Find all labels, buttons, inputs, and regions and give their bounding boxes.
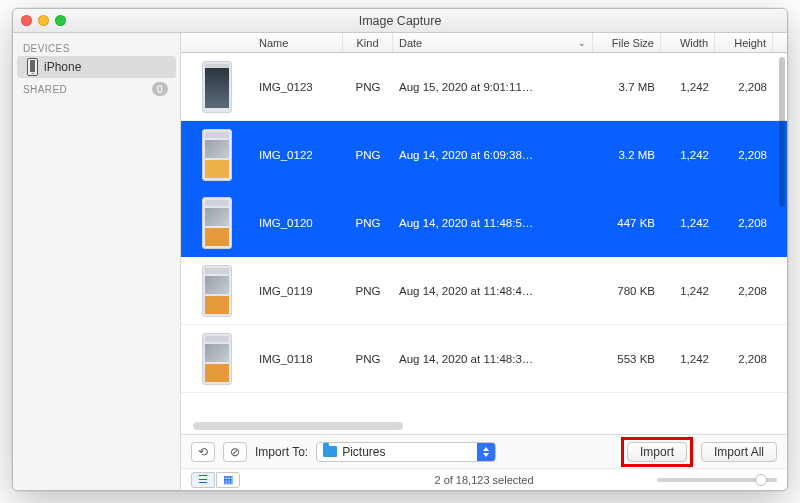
table-row[interactable]: IMG_0119PNGAug 14, 2020 at 11:48:4…780 K… — [181, 257, 787, 325]
import-all-button[interactable]: Import All — [701, 442, 777, 462]
column-kind[interactable]: Kind — [343, 33, 393, 52]
cell-kind: PNG — [343, 53, 393, 120]
delete-button[interactable]: ⊘ — [223, 442, 247, 462]
zoom-window-button[interactable] — [55, 15, 66, 26]
shared-count-badge: 0 — [152, 82, 168, 96]
prohibit-icon: ⊘ — [230, 445, 240, 459]
cell-name: IMG_0118 — [253, 325, 343, 392]
column-thumbnail[interactable] — [181, 33, 253, 52]
table-row[interactable]: IMG_0118PNGAug 14, 2020 at 11:48:3…553 K… — [181, 325, 787, 393]
cell-size: 3.2 MB — [593, 121, 661, 188]
thumbnail — [191, 127, 243, 183]
view-toggle: ☰ ▦ — [191, 472, 240, 488]
vertical-scrollbar[interactable] — [779, 57, 785, 207]
import-button[interactable]: Import — [627, 442, 687, 462]
column-file-size[interactable]: File Size — [593, 33, 661, 52]
horizontal-scroll-area — [181, 420, 787, 434]
cell-width: 1,242 — [661, 325, 715, 392]
folder-icon — [323, 446, 337, 457]
column-height[interactable]: Height — [715, 33, 773, 52]
cell-size: 553 KB — [593, 325, 661, 392]
cell-height: 2,208 — [715, 189, 773, 256]
cell-name: IMG_0120 — [253, 189, 343, 256]
cell-kind: PNG — [343, 257, 393, 324]
table-row[interactable]: IMG_0122PNGAug 14, 2020 at 6:09:38…3.2 M… — [181, 121, 787, 189]
rotate-button[interactable]: ⟲ — [191, 442, 215, 462]
cell-width: 1,242 — [661, 257, 715, 324]
cell-height: 2,208 — [715, 53, 773, 120]
list-view-button[interactable]: ☰ — [191, 472, 215, 488]
list-view-icon: ☰ — [198, 473, 208, 486]
window-title: Image Capture — [359, 9, 442, 33]
cell-date: Aug 14, 2020 at 11:48:4… — [393, 257, 593, 324]
titlebar: Image Capture — [13, 9, 787, 33]
cell-width: 1,242 — [661, 53, 715, 120]
sidebar-header-shared: SHARED 0 — [13, 78, 180, 98]
thumbnail-size-slider[interactable] — [657, 478, 777, 482]
window-controls — [21, 15, 66, 26]
table-body: IMG_0123PNGAug 15, 2020 at 9:01:11…3.7 M… — [181, 53, 787, 420]
bottom-toolbar: ⟲ ⊘ Import To: Pictures Import — [181, 434, 787, 468]
cell-kind: PNG — [343, 121, 393, 188]
rotate-icon: ⟲ — [198, 445, 208, 459]
main-pane: Name Kind Date ⌄ File Size Width Height … — [181, 33, 787, 490]
table-row[interactable]: IMG_0120PNGAug 14, 2020 at 11:48:5…447 K… — [181, 189, 787, 257]
thumbnail — [191, 195, 243, 251]
cell-height: 2,208 — [715, 257, 773, 324]
cell-height: 2,208 — [715, 325, 773, 392]
thumbnail — [191, 263, 243, 319]
footer: ☰ ▦ 2 of 18,123 selected — [181, 468, 787, 490]
grid-view-icon: ▦ — [223, 473, 233, 486]
table-row[interactable]: IMG_0123PNGAug 15, 2020 at 9:01:11…3.7 M… — [181, 53, 787, 121]
cell-width: 1,242 — [661, 189, 715, 256]
cell-size: 780 KB — [593, 257, 661, 324]
cell-width: 1,242 — [661, 121, 715, 188]
cell-date: Aug 14, 2020 at 11:48:3… — [393, 325, 593, 392]
column-date[interactable]: Date ⌄ — [393, 33, 593, 52]
app-window: Image Capture DEVICES iPhone SHARED 0 — [12, 8, 788, 491]
slider-knob[interactable] — [755, 474, 767, 486]
minimize-window-button[interactable] — [38, 15, 49, 26]
import-highlight: Import — [621, 437, 693, 467]
thumbnail — [191, 331, 243, 387]
chevron-down-icon: ⌄ — [578, 38, 586, 48]
sidebar-device-label: iPhone — [44, 60, 81, 74]
cell-size: 3.7 MB — [593, 53, 661, 120]
sidebar: DEVICES iPhone SHARED 0 — [13, 33, 181, 490]
column-name[interactable]: Name — [253, 33, 343, 52]
cell-size: 447 KB — [593, 189, 661, 256]
selection-status: 2 of 18,123 selected — [434, 474, 533, 486]
import-to-label: Import To: — [255, 445, 308, 459]
iphone-icon — [27, 58, 38, 76]
sidebar-device-iphone[interactable]: iPhone — [17, 56, 176, 78]
stepper-arrows-icon — [477, 443, 495, 461]
cell-date: Aug 14, 2020 at 11:48:5… — [393, 189, 593, 256]
column-width[interactable]: Width — [661, 33, 715, 52]
sidebar-header-devices: DEVICES — [13, 39, 180, 56]
cell-kind: PNG — [343, 189, 393, 256]
import-destination-value: Pictures — [342, 445, 385, 459]
thumbnail — [191, 59, 243, 115]
cell-date: Aug 15, 2020 at 9:01:11… — [393, 53, 593, 120]
cell-date: Aug 14, 2020 at 6:09:38… — [393, 121, 593, 188]
cell-name: IMG_0119 — [253, 257, 343, 324]
table-header: Name Kind Date ⌄ File Size Width Height — [181, 33, 787, 53]
horizontal-scrollbar[interactable] — [193, 422, 403, 430]
grid-view-button[interactable]: ▦ — [216, 472, 240, 488]
cell-height: 2,208 — [715, 121, 773, 188]
cell-name: IMG_0123 — [253, 53, 343, 120]
import-destination-select[interactable]: Pictures — [316, 442, 496, 462]
close-window-button[interactable] — [21, 15, 32, 26]
cell-kind: PNG — [343, 325, 393, 392]
cell-name: IMG_0122 — [253, 121, 343, 188]
